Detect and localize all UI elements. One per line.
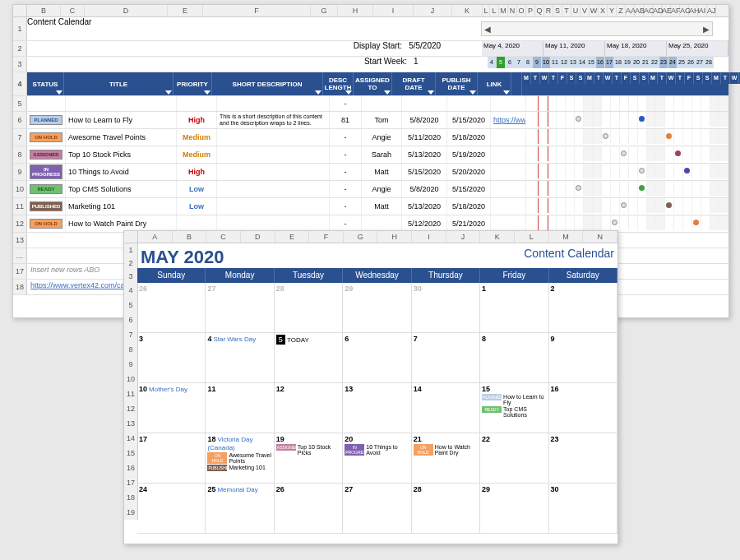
gantt-cell[interactable] — [611, 112, 620, 127]
col-W[interactable]: W — [590, 5, 599, 16]
draft-date-cell[interactable]: 5/8/2020 — [402, 112, 447, 128]
desc-len-cell[interactable]: - — [330, 181, 362, 197]
col-M[interactable]: M — [499, 5, 508, 16]
gantt-cell[interactable] — [701, 129, 710, 144]
gantt-cell[interactable] — [566, 181, 575, 196]
row-5[interactable]: 5 — [13, 96, 27, 111]
gantt-cell[interactable] — [629, 198, 638, 213]
hdr-publish[interactable]: PUBLISH DATE — [436, 72, 478, 95]
calendar-day[interactable]: 27 — [343, 484, 411, 533]
gantt-cell[interactable] — [638, 181, 647, 196]
gantt-cell[interactable] — [557, 164, 566, 178]
col-AI[interactable]: AI — [698, 5, 707, 16]
col-T[interactable]: T — [562, 5, 571, 16]
gantt-cell[interactable] — [566, 96, 575, 111]
cal-col-K[interactable]: K — [480, 231, 515, 243]
cal-col-J[interactable]: J — [446, 231, 481, 243]
desc-cell[interactable]: This is a short description of this cont… — [217, 112, 330, 128]
gantt-cell[interactable] — [611, 164, 620, 178]
gantt-cell[interactable] — [656, 112, 665, 127]
calendar-day[interactable]: 15PLANNEDHow to Learn to FlyREADYTop CMS… — [480, 383, 548, 433]
row-10[interactable]: 10 — [13, 181, 27, 197]
dropdown-icon[interactable] — [384, 90, 391, 95]
calendar-day[interactable]: 10Mother's Day — [137, 383, 206, 433]
desc-len-cell[interactable]: 81 — [330, 112, 362, 128]
desc-cell[interactable] — [217, 146, 330, 163]
gantt-cell[interactable] — [611, 181, 620, 196]
gantt-cell[interactable] — [719, 164, 728, 178]
gantt-cell[interactable] — [683, 146, 692, 161]
calendar-day[interactable]: 28 — [412, 484, 480, 533]
gantt-cell[interactable] — [566, 112, 575, 127]
gantt-cell[interactable] — [719, 112, 728, 127]
calendar-day[interactable]: 5 TODAY — [275, 333, 343, 382]
gantt-cell[interactable] — [557, 181, 566, 196]
link-cell[interactable] — [491, 215, 526, 232]
gantt-cell[interactable] — [647, 129, 656, 144]
desc-len-cell[interactable]: - — [330, 215, 362, 232]
row-2[interactable]: 2 — [13, 41, 27, 56]
calendar-event[interactable]: IN PROGRESS10 Things to Avoid — [345, 444, 409, 456]
publish-date-cell[interactable]: 5/15/2020 — [447, 112, 491, 128]
calendar-event[interactable]: READYTop CMS Solutions — [482, 406, 546, 418]
dropdown-icon[interactable] — [165, 90, 172, 95]
gantt-cell[interactable] — [638, 215, 647, 230]
draft-date-cell[interactable]: 5/11/2020 — [402, 129, 447, 146]
cal-row-8[interactable]: 8 — [124, 342, 138, 357]
gantt-cell[interactable] — [584, 146, 593, 161]
gantt-cell[interactable] — [539, 146, 548, 161]
cal-col-N[interactable]: N — [583, 231, 617, 243]
link-cell[interactable] — [491, 181, 526, 197]
calendar-day[interactable]: 6 — [343, 333, 411, 382]
assigned-cell[interactable] — [362, 215, 402, 232]
gantt-cell[interactable] — [656, 146, 665, 161]
gantt-cell[interactable] — [656, 129, 665, 144]
gantt-cell[interactable] — [710, 164, 719, 178]
row-dots[interactable]: … — [13, 248, 27, 263]
publish-date-cell[interactable]: 5/21/2020 — [447, 215, 491, 232]
cal-row-1[interactable]: 1 — [124, 243, 138, 257]
gantt-cell[interactable] — [557, 146, 566, 161]
row-11[interactable]: 11 — [13, 198, 27, 215]
cal-row-7[interactable]: 7 — [124, 327, 138, 342]
gantt-cell[interactable] — [728, 215, 738, 230]
gantt-scroller[interactable]: ◀ ▶ — [481, 21, 713, 36]
display-start-value[interactable]: 5/5/2020 — [405, 41, 446, 56]
row-9[interactable]: 9 — [13, 164, 27, 180]
gantt-cell[interactable] — [620, 198, 629, 213]
col-AH[interactable]: AH — [689, 5, 698, 16]
gantt-cell[interactable] — [584, 181, 593, 196]
gantt-cell[interactable] — [620, 215, 629, 230]
row-8[interactable]: 8 — [13, 146, 27, 163]
gantt-cell[interactable] — [620, 96, 629, 111]
row-4[interactable]: 4 — [13, 72, 27, 95]
row-6[interactable]: 6 — [13, 112, 27, 128]
calendar-day[interactable]: 30 — [412, 283, 480, 332]
gantt-cell[interactable] — [692, 129, 701, 144]
gantt-cell[interactable] — [593, 146, 602, 161]
title-cell[interactable]: How to Learn to Fly — [66, 112, 177, 128]
gantt-cell[interactable] — [692, 198, 701, 213]
gantt-cell[interactable] — [701, 198, 710, 213]
cal-row-4[interactable]: 4 — [124, 283, 138, 298]
gantt-cell[interactable] — [728, 146, 738, 161]
gantt-cell[interactable] — [539, 164, 548, 178]
gantt-cell[interactable] — [710, 96, 719, 111]
gantt-cell[interactable] — [647, 215, 656, 230]
cal-col-G[interactable]: G — [344, 231, 378, 243]
gantt-cell[interactable] — [728, 96, 738, 111]
gantt-cell[interactable] — [575, 215, 584, 230]
desc-cell[interactable] — [217, 215, 330, 232]
status-badge[interactable]: ASSIGNED — [30, 150, 62, 160]
dropdown-icon[interactable] — [56, 90, 62, 95]
col-AJ[interactable]: AJ — [707, 5, 716, 16]
title-cell[interactable]: Top CMS Solutions — [66, 181, 177, 197]
row-7[interactable]: 7 — [13, 129, 27, 146]
calendar-event[interactable]: PUBLISHEDMarketing 101 — [207, 465, 271, 471]
gantt-cell[interactable] — [575, 96, 584, 111]
gantt-cell[interactable] — [584, 215, 593, 230]
gantt-cell[interactable] — [548, 215, 557, 230]
gantt-cell[interactable] — [629, 164, 638, 178]
gantt-cell[interactable] — [728, 112, 738, 127]
dropdown-icon[interactable] — [204, 90, 210, 95]
